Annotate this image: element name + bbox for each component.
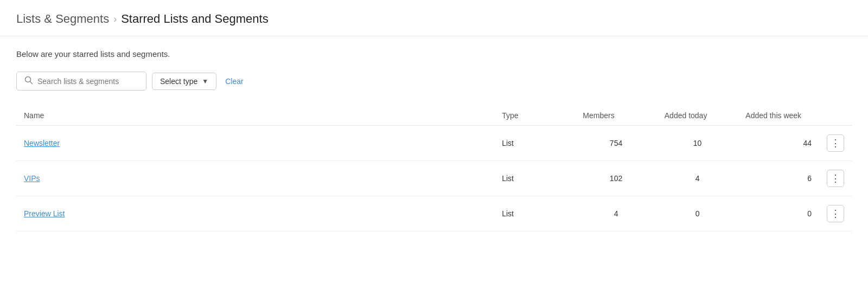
breadcrumb-current: Starred Lists and Segments [121,12,268,26]
row-added-this-week: 6 [738,161,819,196]
th-added-today: Added today [657,106,738,126]
row-name-link[interactable]: Preview List [24,209,65,218]
row-kebab-menu-button[interactable]: ⋮ [827,170,844,187]
row-type: List [494,126,575,161]
row-kebab-menu-button[interactable]: ⋮ [827,205,844,222]
row-added-today: 0 [657,196,738,231]
table-body: Newsletter List 754 10 44 ⋮ VIPs List 10… [16,126,852,231]
row-members: 102 [575,161,657,196]
select-type-button[interactable]: Select type ▼ [152,73,216,90]
row-added-this-week: 44 [738,126,819,161]
row-name-link[interactable]: Newsletter [24,139,60,147]
th-added-this-week: Added this week [738,106,819,126]
search-input[interactable] [37,77,135,86]
chevron-down-icon: ▼ [202,78,208,85]
header: Lists & Segments › Starred Lists and Seg… [0,0,868,36]
row-name-link[interactable]: VIPs [24,174,40,183]
search-icon [24,76,33,86]
row-members: 754 [575,126,657,161]
search-box[interactable] [16,72,146,91]
breadcrumb-separator: › [113,14,117,25]
main-content: Below are your starred lists and segment… [0,36,868,248]
th-type: Type [494,106,575,126]
th-members: Members [575,106,657,126]
row-kebab-menu-button[interactable]: ⋮ [827,134,844,152]
table-row: VIPs List 102 4 6 ⋮ [16,161,852,196]
row-added-this-week: 0 [738,196,819,231]
row-type: List [494,196,575,231]
row-type: List [494,161,575,196]
row-members: 4 [575,196,657,231]
th-name: Name [16,106,494,126]
select-type-label: Select type [160,77,197,86]
lists-table: Name Type Members Added today Added this… [16,106,852,231]
row-added-today: 10 [657,126,738,161]
table-row: Newsletter List 754 10 44 ⋮ [16,126,852,161]
subtitle: Below are your starred lists and segment… [16,49,852,59]
table-row: Preview List List 4 0 0 ⋮ [16,196,852,231]
row-added-today: 4 [657,161,738,196]
filters-row: Select type ▼ Clear [16,72,852,91]
clear-button[interactable]: Clear [222,75,246,88]
page-container: Lists & Segments › Starred Lists and Seg… [0,0,868,283]
breadcrumb: Lists & Segments › Starred Lists and Seg… [16,12,852,26]
svg-line-1 [30,82,33,84]
breadcrumb-parent: Lists & Segments [16,12,109,26]
table-header: Name Type Members Added today Added this… [16,106,852,126]
th-actions [819,106,852,126]
